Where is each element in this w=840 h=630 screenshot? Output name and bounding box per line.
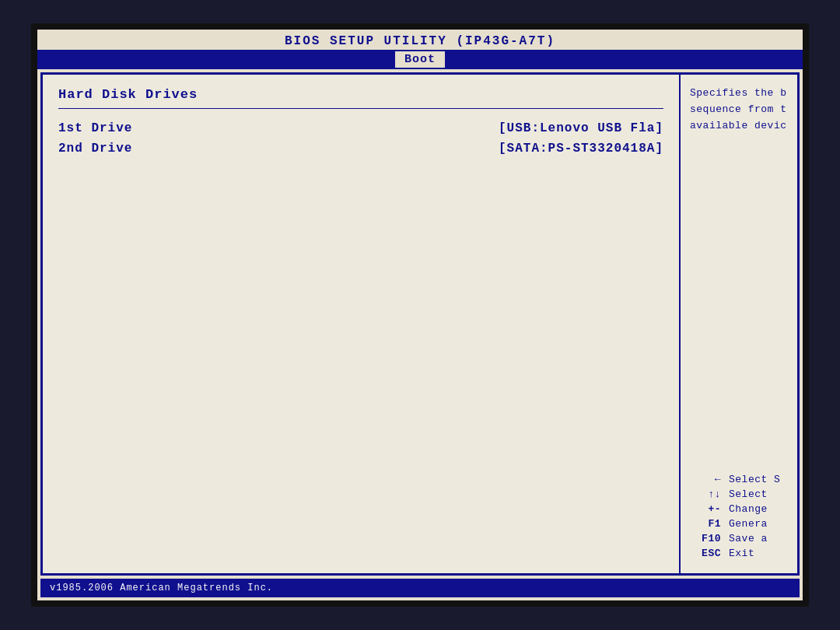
drive-table: 1st Drive [USB:Lenovo USB Fla] 2nd Drive… — [58, 121, 663, 156]
bios-title: BIOS SETUP UTILITY (IP43G-A7T) — [285, 34, 555, 48]
help-text: Specifies the b sequence from t availabl… — [690, 86, 788, 134]
key-row-2: +- Change — [690, 503, 788, 515]
key-row-3: F1 Genera — [690, 518, 788, 530]
key-symbol-3: F1 — [690, 518, 721, 530]
key-desc-4: Save a — [729, 533, 768, 544]
key-symbol-2: +- — [690, 503, 721, 515]
key-symbol-1: ↑↓ — [690, 488, 721, 500]
drive-2-label: 2nd Drive — [58, 142, 132, 156]
footer-text: v1985.2006 American Megatrends Inc. — [50, 583, 273, 593]
key-symbol-4: F10 — [690, 533, 721, 544]
bios-title-bar: BIOS SETUP UTILITY (IP43G-A7T) — [37, 30, 803, 50]
drive-1-label: 1st Drive — [58, 121, 132, 135]
key-desc-1: Select — [729, 488, 768, 500]
section-divider — [58, 108, 663, 109]
drive-row-2[interactable]: 2nd Drive [SATA:PS-ST3320418A] — [58, 142, 663, 156]
key-desc-2: Change — [729, 503, 768, 515]
key-symbol-5: ESC — [690, 548, 721, 559]
tab-bar: Boot — [37, 50, 803, 69]
section-title: Hard Disk Drives — [58, 87, 663, 102]
drive-2-value: [SATA:PS-ST3320418A] — [499, 142, 663, 156]
bios-screen: BIOS SETUP UTILITY (IP43G-A7T) Boot Hard… — [31, 23, 809, 607]
right-panel: Specifies the b sequence from t availabl… — [681, 75, 797, 573]
bottom-bar: v1985.2006 American Megatrends Inc. — [40, 579, 800, 597]
tab-boot[interactable]: Boot — [395, 51, 445, 68]
key-desc-5: Exit — [729, 548, 754, 559]
main-content: Hard Disk Drives 1st Drive [USB:Lenovo U… — [40, 72, 800, 576]
key-row-5: ESC Exit — [690, 548, 788, 559]
drive-1-value: [USB:Lenovo USB Fla] — [499, 121, 663, 135]
key-row-0: ← Select S — [690, 474, 788, 485]
key-legend: ← Select S ↑↓ Select +- Change F1 Genera… — [690, 474, 788, 562]
key-desc-3: Genera — [729, 518, 768, 530]
drive-row-1[interactable]: 1st Drive [USB:Lenovo USB Fla] — [58, 121, 663, 135]
left-panel: Hard Disk Drives 1st Drive [USB:Lenovo U… — [43, 75, 681, 573]
key-row-1: ↑↓ Select — [690, 488, 788, 500]
key-symbol-0: ← — [690, 474, 721, 485]
key-row-4: F10 Save a — [690, 533, 788, 544]
key-desc-0: Select S — [729, 474, 780, 485]
